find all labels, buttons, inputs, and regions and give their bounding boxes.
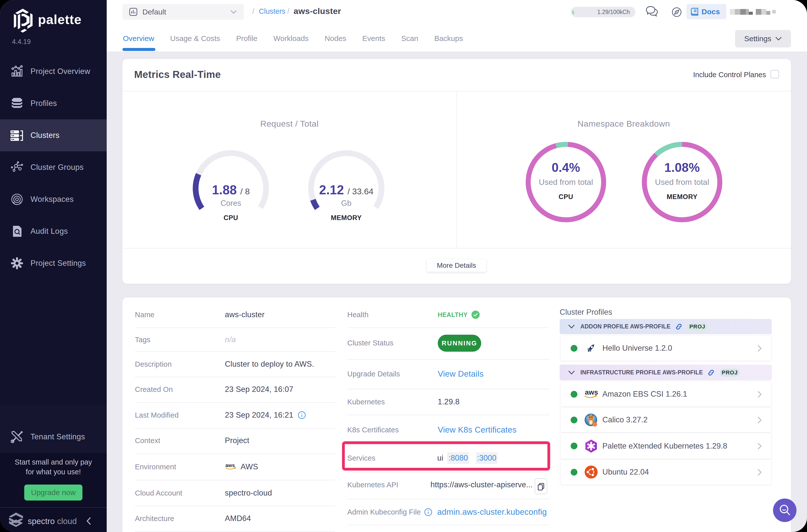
svg-text:aws: aws (225, 462, 235, 468)
